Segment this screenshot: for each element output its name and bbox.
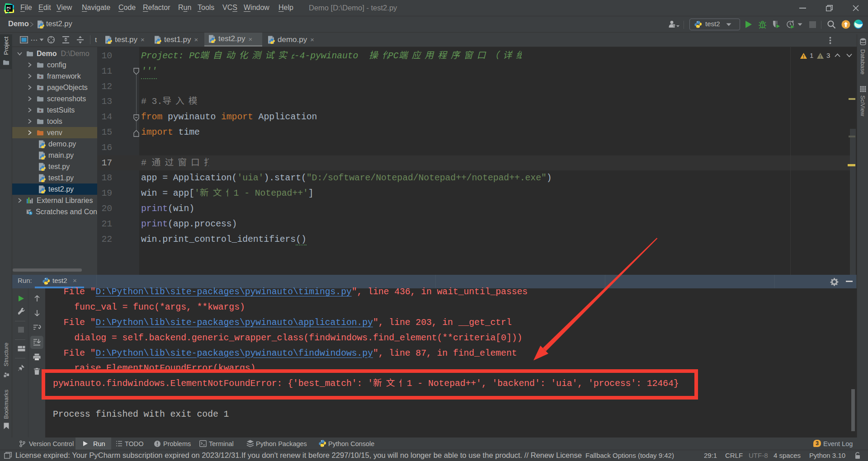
svg-text:PC: PC [7,6,11,9]
